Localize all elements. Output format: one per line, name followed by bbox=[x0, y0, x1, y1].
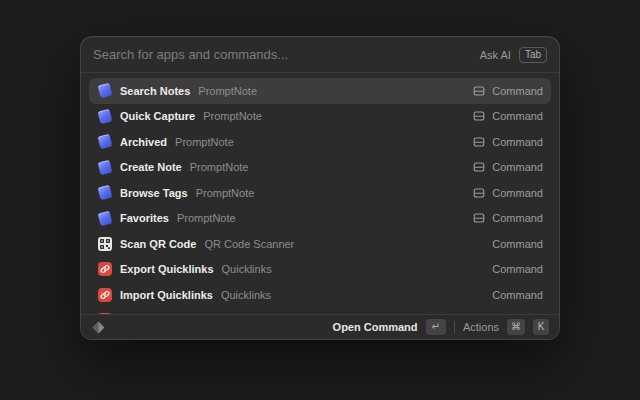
app-icon bbox=[97, 83, 112, 98]
app-icon bbox=[97, 160, 112, 175]
result-type-label: Command bbox=[492, 212, 543, 224]
desktop-backdrop: Ask AI Tab Search Notes PromptNote Comma… bbox=[0, 0, 640, 400]
promptnote-icon bbox=[97, 185, 112, 201]
result-row[interactable]: Import Quicklinks Quicklinks Command bbox=[89, 282, 551, 308]
quicklinks-icon bbox=[98, 288, 112, 302]
result-row[interactable]: Quick Capture PromptNote Command bbox=[89, 104, 551, 130]
app-icon bbox=[97, 262, 112, 277]
result-type-label: Command bbox=[492, 161, 543, 173]
qr-code-icon bbox=[98, 237, 112, 251]
actions-button[interactable]: Actions bbox=[463, 321, 499, 333]
result-row[interactable]: Archived PromptNote Command bbox=[89, 129, 551, 155]
command-palette-window: Ask AI Tab Search Notes PromptNote Comma… bbox=[80, 36, 560, 340]
result-row[interactable]: Browse Tags PromptNote Command bbox=[89, 180, 551, 206]
result-row[interactable]: Create Note PromptNote Command bbox=[89, 155, 551, 181]
command-card-icon bbox=[473, 85, 485, 97]
results-list: Search Notes PromptNote Command Quick Ca… bbox=[81, 73, 559, 314]
result-accessory: Command bbox=[473, 212, 543, 224]
result-accessory: Command bbox=[473, 187, 543, 199]
result-type-label: Command bbox=[492, 238, 543, 250]
result-type-label: Command bbox=[492, 187, 543, 199]
result-title: Browse Tags bbox=[120, 187, 188, 199]
app-icon bbox=[97, 109, 112, 124]
app-icon bbox=[97, 236, 112, 251]
result-type-label: Command bbox=[492, 136, 543, 148]
raycast-logo-icon bbox=[91, 320, 106, 335]
result-type-label: Command bbox=[492, 263, 543, 275]
cmd-key-badge: ⌘ bbox=[507, 319, 525, 335]
k-key-badge: K bbox=[533, 319, 549, 335]
result-title: Import Quicklinks bbox=[120, 289, 213, 301]
result-subtitle: PromptNote bbox=[198, 85, 257, 97]
search-bar: Ask AI Tab bbox=[81, 37, 559, 73]
result-title: Scan QR Code bbox=[120, 238, 196, 250]
footer-divider bbox=[454, 321, 455, 333]
result-title: Search Notes bbox=[120, 85, 190, 97]
app-icon bbox=[97, 287, 112, 302]
quicklinks-icon bbox=[98, 262, 112, 276]
app-icon bbox=[97, 134, 112, 149]
result-accessory: Command bbox=[473, 161, 543, 173]
footer-bar: Open Command ↵ Actions ⌘ K bbox=[81, 314, 559, 339]
return-key-badge: ↵ bbox=[426, 319, 446, 335]
open-command-button[interactable]: Open Command bbox=[333, 321, 418, 333]
result-type-label: Command bbox=[492, 85, 543, 97]
command-card-icon bbox=[473, 136, 485, 148]
result-accessory: Command bbox=[492, 289, 543, 301]
promptnote-icon bbox=[97, 83, 112, 99]
command-card-icon bbox=[473, 161, 485, 173]
result-subtitle: PromptNote bbox=[190, 161, 249, 173]
result-title: Export Quicklinks bbox=[120, 263, 214, 275]
promptnote-icon bbox=[97, 134, 112, 150]
result-subtitle: QR Code Scanner bbox=[204, 238, 294, 250]
result-subtitle: PromptNote bbox=[177, 212, 236, 224]
result-row[interactable]: Scan QR Code QR Code Scanner Command bbox=[89, 231, 551, 257]
promptnote-icon bbox=[97, 210, 112, 226]
result-subtitle: Quicklinks bbox=[221, 289, 271, 301]
ask-ai-label[interactable]: Ask AI bbox=[480, 49, 511, 61]
app-icon bbox=[97, 211, 112, 226]
result-row[interactable]: Export Quicklinks Quicklinks Command bbox=[89, 257, 551, 283]
promptnote-icon bbox=[97, 108, 112, 124]
result-title: Create Note bbox=[120, 161, 182, 173]
result-title: Quick Capture bbox=[120, 110, 195, 122]
result-title: Favorites bbox=[120, 212, 169, 224]
result-accessory: Command bbox=[473, 110, 543, 122]
command-card-icon bbox=[473, 110, 485, 122]
command-card-icon bbox=[473, 212, 485, 224]
result-subtitle: Quicklinks bbox=[222, 263, 272, 275]
tab-key-badge: Tab bbox=[519, 47, 547, 63]
promptnote-icon bbox=[97, 159, 112, 175]
result-accessory: Command bbox=[492, 238, 543, 250]
result-type-label: Command bbox=[492, 289, 543, 301]
result-accessory: Command bbox=[492, 263, 543, 275]
result-row[interactable]: Favorites PromptNote Command bbox=[89, 206, 551, 232]
result-accessory: Command bbox=[473, 136, 543, 148]
command-card-icon bbox=[473, 187, 485, 199]
result-subtitle: PromptNote bbox=[175, 136, 234, 148]
result-row[interactable]: Search Notes PromptNote Command bbox=[89, 78, 551, 104]
result-accessory: Command bbox=[473, 85, 543, 97]
result-subtitle: PromptNote bbox=[203, 110, 262, 122]
result-type-label: Command bbox=[492, 110, 543, 122]
result-subtitle: PromptNote bbox=[196, 187, 255, 199]
app-icon bbox=[97, 185, 112, 200]
result-title: Archived bbox=[120, 136, 167, 148]
search-input[interactable] bbox=[93, 47, 472, 62]
